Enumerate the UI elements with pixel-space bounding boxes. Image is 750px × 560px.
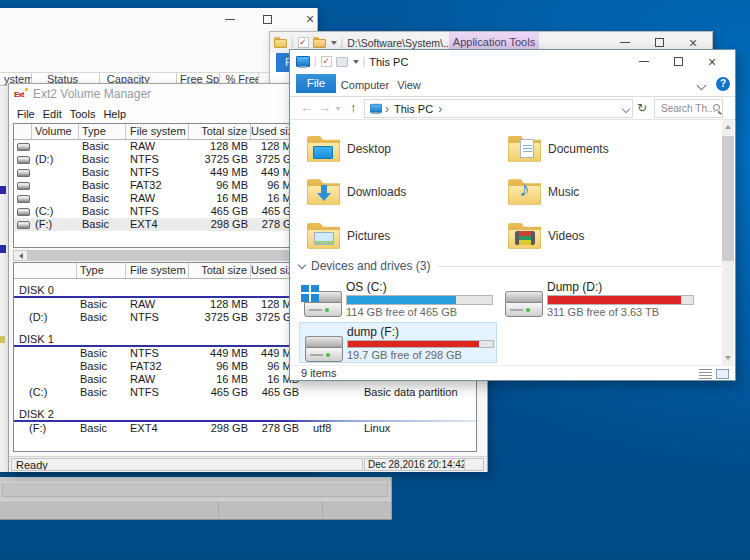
disk-col-1[interactable]: Type	[77, 263, 126, 278]
cell-total: 16 MB	[189, 373, 251, 386]
menu-edit[interactable]: Edit	[43, 108, 62, 120]
scrollbar-thumb[interactable]	[722, 136, 734, 261]
background-window-bottom	[0, 477, 392, 520]
desktop-folder-icon	[307, 136, 340, 162]
cell-fs: RAW	[126, 140, 189, 153]
folder-icon	[313, 37, 326, 48]
maximize-button[interactable]	[661, 50, 695, 73]
tab-computer[interactable]: Computer	[336, 73, 394, 97]
quick-access-check-icon[interactable]	[298, 37, 309, 48]
thumbnail-view-icon[interactable]	[716, 369, 729, 379]
refresh-button[interactable]: ↻	[637, 101, 651, 116]
cell-total: 298 GB	[189, 422, 251, 435]
volume-col-3[interactable]: File system	[126, 124, 189, 139]
status-grip-pane	[464, 458, 484, 471]
cell-volume: (D:)	[14, 311, 77, 324]
folders-grid: DesktopDocumentsDownloadsMusicPicturesVi…	[299, 127, 701, 258]
menu-help[interactable]: Help	[103, 108, 126, 120]
scroll-thumb[interactable]	[28, 251, 290, 260]
volume-col-0[interactable]	[14, 124, 32, 139]
folder-item-pictures[interactable]: Pictures	[299, 214, 500, 258]
usage-bar	[547, 295, 694, 305]
videos-folder-icon	[508, 223, 541, 249]
disk-row-(F:)[interactable]: (F:)BasicEXT4298 GB278 GButf8Linux	[14, 422, 476, 435]
cell-type: Basic	[77, 298, 126, 311]
minimize-button[interactable]	[220, 8, 240, 30]
maximize-button[interactable]	[257, 8, 277, 30]
up-button[interactable]: ↑	[350, 100, 357, 115]
search-icon	[713, 104, 722, 113]
drive-name: Dump (D:)	[547, 280, 694, 294]
menu-file[interactable]: File	[17, 108, 35, 120]
cell-total: 465 GB	[189, 205, 251, 218]
ribbon-tab-row: File Computer View ?	[290, 73, 735, 97]
tab-view[interactable]: View	[390, 73, 428, 97]
cell-codepage	[303, 386, 353, 399]
address-box[interactable]: › This PC ›	[364, 99, 633, 118]
devices-section-header[interactable]: Devices and drives (3)	[297, 259, 723, 273]
menu-tools[interactable]: Tools	[70, 108, 96, 120]
tab-file[interactable]: File	[296, 74, 336, 93]
qat-dropdown-icon[interactable]	[331, 41, 337, 45]
cell-fs: NTFS	[126, 386, 189, 399]
cell-fs: FAT32	[126, 179, 189, 192]
disk-icon	[14, 153, 32, 166]
devices-header-label: Devices and drives (3)	[311, 259, 430, 273]
collapse-icon[interactable]	[298, 261, 306, 269]
help-button[interactable]: ?	[716, 77, 730, 91]
scroll-left-button[interactable]	[14, 251, 28, 260]
qat-dropdown-icon[interactable]	[353, 60, 359, 64]
disk-icon	[14, 166, 32, 179]
minimize-button[interactable]	[627, 50, 661, 73]
cell-volume: (C:)	[32, 205, 79, 218]
details-view-icon[interactable]	[699, 369, 712, 379]
disk-col-2[interactable]: File system	[126, 263, 189, 278]
pictures-folder-icon	[307, 223, 340, 249]
close-button[interactable]: ×	[300, 8, 320, 30]
doc-overlay-icon	[520, 139, 534, 158]
disk-icon	[14, 205, 32, 218]
status-datetime: Dec 28,2016 20:14:42	[364, 458, 465, 471]
disk-col-3[interactable]: Total size	[189, 263, 251, 278]
cell-fs: NTFS	[126, 347, 189, 360]
close-button[interactable]: ×	[695, 50, 729, 73]
folder-item-desktop[interactable]: Desktop	[299, 127, 500, 171]
cell-type: Basic	[77, 373, 126, 386]
forward-button[interactable]: →	[318, 100, 331, 115]
hard-drive-icon	[305, 336, 343, 362]
scroll-up-icon[interactable]	[725, 125, 731, 129]
cell-partition: Linux	[353, 422, 476, 435]
drive-item-dumpf[interactable]: dump (F:)19.7 GB free of 298 GB	[299, 322, 497, 363]
folder-label: Pictures	[347, 229, 390, 243]
cell-total: 449 MB	[189, 347, 251, 360]
cell-type: Basic	[77, 311, 126, 324]
drive-free-space: 19.7 GB free of 298 GB	[347, 349, 494, 362]
drive-free-space: 311 GB free of 3.63 TB	[547, 306, 694, 319]
recent-locations-icon[interactable]: ▾	[336, 104, 340, 113]
cell-volume	[14, 373, 77, 386]
quick-access-check-icon[interactable]	[321, 56, 332, 67]
address-dropdown-icon[interactable]	[622, 105, 630, 113]
folder-item-videos[interactable]: Videos	[500, 214, 701, 258]
volume-col-2[interactable]: Type	[79, 124, 126, 139]
back-button[interactable]: ←	[300, 100, 313, 115]
disk-col-0[interactable]	[14, 263, 77, 278]
cell-fs: NTFS	[126, 311, 189, 324]
scroll-down-icon[interactable]	[725, 356, 731, 360]
ribbon-expand-icon[interactable]	[697, 81, 707, 91]
list-fragment	[0, 336, 5, 343]
disk-icon	[14, 179, 32, 192]
drives-grid: OS (C:)114 GB free of 465 GBDump (D:)311…	[299, 278, 701, 365]
cell-volume	[32, 192, 79, 205]
vertical-scrollbar[interactable]	[722, 120, 734, 365]
disk-row-(C:)[interactable]: (C:)BasicNTFS465 GB465 GBBasic data part…	[14, 386, 476, 399]
drive-item-dumpd[interactable]: Dump (D:)311 GB free of 3.63 TB	[500, 278, 698, 319]
folder-item-downloads[interactable]: Downloads	[299, 171, 500, 215]
volume-col-1[interactable]: Volume	[32, 124, 79, 139]
breadcrumb-this-pc[interactable]: This PC	[394, 103, 433, 115]
cell-type: Basic	[79, 140, 126, 153]
drive-item-osc[interactable]: OS (C:)114 GB free of 465 GB	[299, 278, 497, 319]
volume-col-4[interactable]: Total size	[189, 124, 251, 139]
folder-item-music[interactable]: Music	[500, 171, 701, 215]
folder-item-documents[interactable]: Documents	[500, 127, 701, 171]
